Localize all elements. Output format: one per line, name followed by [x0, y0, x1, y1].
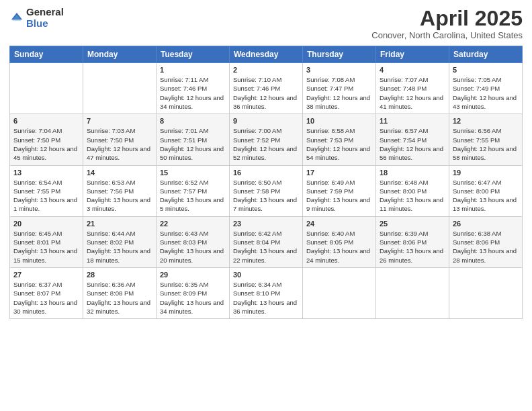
day-number: 24: [306, 220, 372, 228]
day-number: 1: [160, 66, 226, 74]
table-row: 12Sunrise: 6:56 AMSunset: 7:55 PMDayligh…: [449, 114, 523, 165]
day-number: 7: [87, 117, 152, 125]
day-number: 28: [87, 271, 152, 279]
table-row: 16Sunrise: 6:50 AMSunset: 7:58 PMDayligh…: [230, 165, 303, 216]
day-number: 5: [453, 66, 519, 74]
day-info: Sunrise: 7:10 AMSunset: 7:46 PMDaylight:…: [233, 75, 299, 111]
table-row: 24Sunrise: 6:40 AMSunset: 8:05 PMDayligh…: [303, 216, 376, 267]
logo-general-label: General: [26, 7, 64, 18]
day-number: 30: [233, 271, 299, 279]
day-number: 3: [306, 66, 372, 74]
day-info: Sunrise: 7:00 AMSunset: 7:52 PMDaylight:…: [233, 126, 299, 162]
logo-icon: [9, 11, 24, 26]
table-row: 10Sunrise: 6:58 AMSunset: 7:53 PMDayligh…: [303, 114, 376, 165]
col-sunday: Sunday: [10, 46, 83, 63]
day-info: Sunrise: 6:56 AMSunset: 7:55 PMDaylight:…: [453, 126, 519, 162]
col-saturday: Saturday: [449, 46, 523, 63]
table-row: 29Sunrise: 6:35 AMSunset: 8:09 PMDayligh…: [157, 267, 230, 318]
day-number: 21: [87, 220, 152, 228]
day-number: 10: [306, 117, 372, 125]
table-row: [376, 267, 449, 318]
day-info: Sunrise: 6:39 AMSunset: 8:06 PMDaylight:…: [380, 229, 445, 265]
table-row: [303, 267, 376, 318]
day-info: Sunrise: 6:40 AMSunset: 8:05 PMDaylight:…: [306, 229, 372, 265]
day-number: 2: [233, 66, 299, 74]
table-row: [83, 63, 157, 114]
day-number: 27: [13, 271, 79, 279]
col-thursday: Thursday: [303, 46, 376, 63]
col-wednesday: Wednesday: [230, 46, 303, 63]
day-number: 26: [453, 220, 519, 228]
table-row: 22Sunrise: 6:43 AMSunset: 8:03 PMDayligh…: [157, 216, 230, 267]
day-info: Sunrise: 6:50 AMSunset: 7:58 PMDaylight:…: [233, 178, 299, 214]
day-info: Sunrise: 6:43 AMSunset: 8:03 PMDaylight:…: [160, 229, 226, 265]
table-row: 8Sunrise: 7:01 AMSunset: 7:51 PMDaylight…: [157, 114, 230, 165]
day-number: 8: [160, 117, 226, 125]
table-row: 5Sunrise: 7:05 AMSunset: 7:49 PMDaylight…: [449, 63, 523, 114]
day-number: 29: [160, 271, 226, 279]
day-number: 16: [233, 169, 299, 177]
logo-blue-label: Blue: [26, 18, 64, 30]
table-row: 9Sunrise: 7:00 AMSunset: 7:52 PMDaylight…: [230, 114, 303, 165]
day-info: Sunrise: 7:04 AMSunset: 7:50 PMDaylight:…: [13, 126, 79, 162]
day-info: Sunrise: 7:08 AMSunset: 7:47 PMDaylight:…: [306, 75, 372, 111]
day-number: 6: [13, 117, 79, 125]
table-row: 23Sunrise: 6:42 AMSunset: 8:04 PMDayligh…: [230, 216, 303, 267]
table-row: 3Sunrise: 7:08 AMSunset: 7:47 PMDaylight…: [303, 63, 376, 114]
table-row: 21Sunrise: 6:44 AMSunset: 8:02 PMDayligh…: [83, 216, 157, 267]
title-month: April 2025: [371, 7, 523, 30]
table-row: 27Sunrise: 6:37 AMSunset: 8:07 PMDayligh…: [10, 267, 83, 318]
day-info: Sunrise: 6:44 AMSunset: 8:02 PMDaylight:…: [87, 229, 152, 265]
day-number: 19: [453, 169, 519, 177]
day-number: 12: [453, 117, 519, 125]
day-info: Sunrise: 6:37 AMSunset: 8:07 PMDaylight:…: [13, 280, 79, 316]
day-number: 11: [380, 117, 445, 125]
title-block: April 2025 Conover, North Carolina, Unit…: [371, 7, 523, 40]
col-tuesday: Tuesday: [157, 46, 230, 63]
day-info: Sunrise: 6:49 AMSunset: 7:59 PMDaylight:…: [306, 178, 372, 214]
table-row: 19Sunrise: 6:47 AMSunset: 8:00 PMDayligh…: [449, 165, 523, 216]
day-info: Sunrise: 7:05 AMSunset: 7:49 PMDaylight:…: [453, 75, 519, 111]
day-info: Sunrise: 7:03 AMSunset: 7:50 PMDaylight:…: [87, 126, 152, 162]
table-row: 18Sunrise: 6:48 AMSunset: 8:00 PMDayligh…: [376, 165, 449, 216]
day-info: Sunrise: 6:36 AMSunset: 8:08 PMDaylight:…: [87, 280, 152, 316]
day-info: Sunrise: 6:34 AMSunset: 8:10 PMDaylight:…: [233, 280, 299, 316]
calendar-header-row: Sunday Monday Tuesday Wednesday Thursday…: [10, 46, 523, 63]
col-friday: Friday: [376, 46, 449, 63]
day-info: Sunrise: 7:01 AMSunset: 7:51 PMDaylight:…: [160, 126, 226, 162]
calendar-table: Sunday Monday Tuesday Wednesday Thursday…: [9, 46, 523, 319]
calendar-week-3: 13Sunrise: 6:54 AMSunset: 7:55 PMDayligh…: [10, 165, 523, 216]
day-number: 23: [233, 220, 299, 228]
day-number: 9: [233, 117, 299, 125]
day-info: Sunrise: 6:45 AMSunset: 8:01 PMDaylight:…: [13, 229, 79, 265]
table-row: 4Sunrise: 7:07 AMSunset: 7:48 PMDaylight…: [376, 63, 449, 114]
table-row: 6Sunrise: 7:04 AMSunset: 7:50 PMDaylight…: [10, 114, 83, 165]
table-row: [10, 63, 83, 114]
calendar-week-2: 6Sunrise: 7:04 AMSunset: 7:50 PMDaylight…: [10, 114, 523, 165]
table-row: 28Sunrise: 6:36 AMSunset: 8:08 PMDayligh…: [83, 267, 157, 318]
calendar-week-1: 1Sunrise: 7:11 AMSunset: 7:46 PMDaylight…: [10, 63, 523, 114]
day-info: Sunrise: 6:42 AMSunset: 8:04 PMDaylight:…: [233, 229, 299, 265]
header: General Blue April 2025 Conover, North C…: [9, 7, 523, 40]
col-monday: Monday: [83, 46, 157, 63]
table-row: 17Sunrise: 6:49 AMSunset: 7:59 PMDayligh…: [303, 165, 376, 216]
calendar-week-4: 20Sunrise: 6:45 AMSunset: 8:01 PMDayligh…: [10, 216, 523, 267]
day-number: 22: [160, 220, 226, 228]
page: General Blue April 2025 Conover, North C…: [0, 0, 532, 411]
calendar-week-5: 27Sunrise: 6:37 AMSunset: 8:07 PMDayligh…: [10, 267, 523, 318]
table-row: 25Sunrise: 6:39 AMSunset: 8:06 PMDayligh…: [376, 216, 449, 267]
day-info: Sunrise: 6:38 AMSunset: 8:06 PMDaylight:…: [453, 229, 519, 265]
table-row: [449, 267, 523, 318]
day-info: Sunrise: 7:07 AMSunset: 7:48 PMDaylight:…: [380, 75, 445, 111]
day-info: Sunrise: 6:47 AMSunset: 8:00 PMDaylight:…: [453, 178, 519, 214]
day-number: 14: [87, 169, 152, 177]
table-row: 20Sunrise: 6:45 AMSunset: 8:01 PMDayligh…: [10, 216, 83, 267]
day-number: 18: [380, 169, 445, 177]
day-number: 4: [380, 66, 445, 74]
day-info: Sunrise: 6:35 AMSunset: 8:09 PMDaylight:…: [160, 280, 226, 316]
day-info: Sunrise: 6:54 AMSunset: 7:55 PMDaylight:…: [13, 178, 79, 214]
day-info: Sunrise: 6:48 AMSunset: 8:00 PMDaylight:…: [380, 178, 445, 214]
table-row: 15Sunrise: 6:52 AMSunset: 7:57 PMDayligh…: [157, 165, 230, 216]
day-info: Sunrise: 6:52 AMSunset: 7:57 PMDaylight:…: [160, 178, 226, 214]
table-row: 2Sunrise: 7:10 AMSunset: 7:46 PMDaylight…: [230, 63, 303, 114]
